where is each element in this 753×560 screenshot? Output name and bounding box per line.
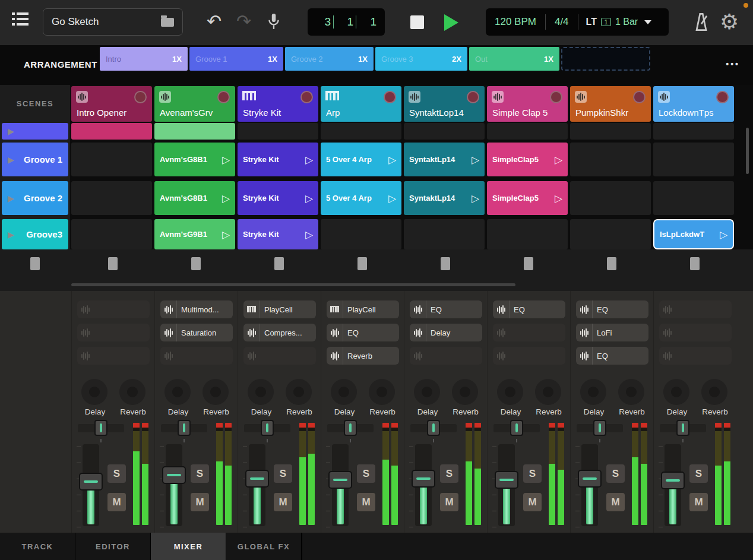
track-stop-button[interactable]	[357, 257, 367, 270]
track-stop-button[interactable]	[191, 257, 201, 270]
device-slot[interactable]: EQ	[576, 347, 648, 365]
delay-send-knob[interactable]	[663, 379, 689, 405]
volume-fader[interactable]	[249, 444, 265, 526]
track-stop-button[interactable]	[607, 257, 616, 270]
volume-fader[interactable]	[332, 444, 349, 526]
record-dot[interactable]	[633, 91, 646, 103]
fader-handle[interactable]	[162, 466, 186, 484]
clip-cell[interactable]: 5 Over 4 Arp▷	[321, 143, 401, 176]
track-stop-button[interactable]	[441, 257, 450, 270]
mute-button[interactable]: M	[274, 493, 292, 511]
record-dot[interactable]	[217, 91, 230, 103]
clip-cell-empty[interactable]	[71, 219, 152, 249]
track-header[interactable]: LockdownTps	[653, 86, 734, 122]
volume-fader[interactable]	[415, 444, 432, 526]
clip-cell-empty[interactable]	[570, 143, 651, 176]
track-stop-button[interactable]	[274, 257, 284, 270]
fader-handle[interactable]	[495, 471, 518, 489]
track-header[interactable]: Intro Opener	[71, 86, 152, 122]
clip-cell-empty[interactable]	[570, 219, 651, 249]
clip-cell[interactable]: Stryke Kit▷	[238, 219, 318, 249]
mute-button[interactable]: M	[523, 493, 542, 511]
scene-button[interactable]: ▶Groove3	[2, 219, 68, 249]
track-header[interactable]: Avenam'sGrv	[154, 86, 235, 122]
vertical-scrollbar[interactable]	[746, 128, 749, 174]
clip-cell-empty[interactable]	[404, 123, 485, 140]
track-header[interactable]: SyntaktLop14	[404, 86, 485, 122]
clip-cell-empty[interactable]	[404, 219, 485, 249]
tab-mixer[interactable]: MIXER	[151, 533, 226, 560]
solo-button[interactable]: S	[689, 464, 708, 483]
delay-send-knob[interactable]	[248, 379, 274, 405]
track-stop-button[interactable]	[108, 257, 118, 270]
pan-slider-handle[interactable]	[427, 420, 440, 436]
reverb-send-knob[interactable]	[452, 379, 478, 405]
fader-handle[interactable]	[412, 470, 435, 488]
clip-cell[interactable]	[154, 123, 235, 140]
device-slot[interactable]: EQ	[410, 300, 482, 318]
clip-cell-empty[interactable]	[570, 123, 651, 140]
device-slot[interactable]: EQ	[576, 300, 648, 318]
fader-handle[interactable]	[79, 473, 103, 491]
track-header[interactable]: PumpkinShkr	[570, 86, 651, 122]
delay-send-knob[interactable]	[497, 379, 523, 405]
stop-button[interactable]	[410, 15, 424, 29]
pan-slider-handle[interactable]	[178, 420, 191, 436]
device-slot[interactable]: EQ	[327, 324, 399, 341]
tab-track[interactable]: TRACK	[0, 533, 75, 560]
clip-cell[interactable]: Avnm'sG8B1▷	[154, 181, 235, 215]
delay-send-knob[interactable]	[331, 379, 357, 405]
pan-slider-handle[interactable]	[261, 420, 274, 436]
fader-handle[interactable]	[578, 470, 602, 488]
clip-cell[interactable]: Avnm'sG8B1▷	[154, 143, 235, 176]
metronome-button[interactable]	[692, 12, 710, 34]
solo-button[interactable]: S	[191, 464, 209, 483]
device-slot-empty[interactable]	[659, 347, 732, 365]
undo-button[interactable]: ↶	[207, 10, 222, 33]
reverb-send-knob[interactable]	[701, 379, 727, 405]
scene-stop-button[interactable]	[30, 257, 40, 270]
device-slot[interactable]: Multimod...	[160, 300, 233, 318]
clip-cell[interactable]: SyntaktLp14▷	[404, 143, 485, 176]
device-slot[interactable]: Compres...	[243, 324, 316, 341]
volume-fader[interactable]	[581, 444, 598, 526]
clip-cell[interactable]: IsLpLckdwT▷	[653, 219, 734, 249]
record-dot[interactable]	[550, 91, 562, 103]
clip-cell[interactable]: SimpleClap5▷	[487, 181, 568, 215]
volume-fader[interactable]	[665, 444, 681, 526]
clip-cell[interactable]: SyntaktLp14▷	[404, 181, 485, 215]
arrangement-section[interactable]: Groove 32X	[375, 47, 467, 71]
solo-button[interactable]: S	[357, 464, 375, 483]
solo-button[interactable]: S	[440, 464, 458, 483]
device-slot[interactable]: PlayCell	[243, 300, 316, 318]
pan-slider-handle[interactable]	[510, 420, 523, 436]
mute-button[interactable]: M	[440, 493, 458, 511]
scene-button[interactable]: ▶	[2, 123, 68, 140]
scene-button[interactable]: ▶Groove 1	[2, 143, 68, 176]
device-slot[interactable]: Reverb	[327, 347, 399, 365]
device-slot-empty[interactable]	[659, 324, 732, 341]
mute-button[interactable]: M	[606, 493, 625, 511]
device-slot[interactable]: Saturation	[160, 324, 233, 341]
microphone-button[interactable]	[266, 11, 281, 35]
clip-cell-empty[interactable]	[321, 123, 401, 140]
clip-cell[interactable]: SimpleClap5▷	[487, 143, 568, 176]
delay-send-knob[interactable]	[81, 379, 107, 405]
pan-slider-handle[interactable]	[94, 420, 107, 436]
delay-send-knob[interactable]	[164, 379, 191, 405]
clip-cell-empty[interactable]	[71, 181, 152, 215]
menu-icon[interactable]	[12, 12, 29, 29]
reverb-send-knob[interactable]	[618, 379, 644, 405]
track-header[interactable]: Arp	[321, 86, 401, 122]
arrangement-section[interactable]: Out1X	[469, 47, 559, 71]
quantize-dropdown[interactable]: LT 1 1 Bar	[578, 17, 660, 27]
fader-handle[interactable]	[245, 470, 269, 488]
device-slot[interactable]: Delay	[410, 324, 482, 341]
arrangement-section[interactable]: Groove 21X	[285, 47, 374, 71]
clip-cell[interactable]: Avnm'sG9B1▷	[154, 219, 235, 249]
tab-global-fx[interactable]: GLOBAL FX	[226, 533, 302, 560]
tempo-value[interactable]: 120 BPM	[486, 16, 545, 28]
clip-cell[interactable]: 5 Over 4 Arp▷	[321, 181, 401, 215]
fader-handle[interactable]	[328, 471, 352, 489]
time-signature[interactable]: 4/4	[546, 16, 578, 28]
